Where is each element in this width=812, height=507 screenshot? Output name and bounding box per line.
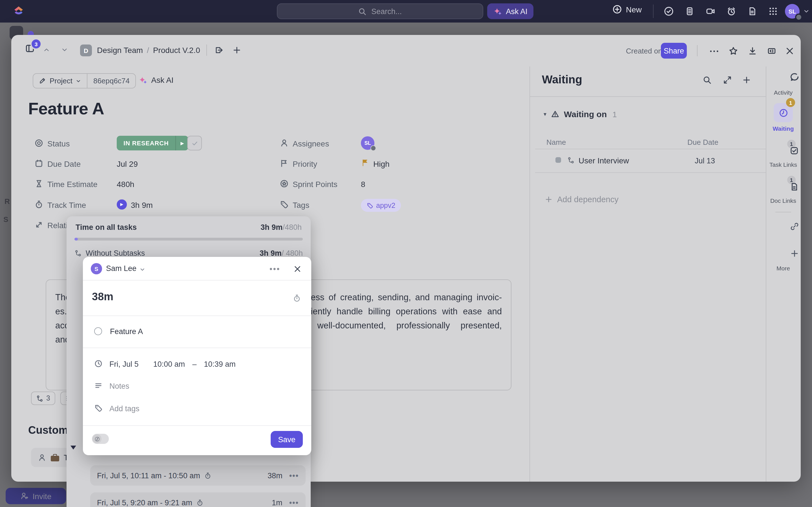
add-icon[interactable]: [742, 75, 751, 84]
alarm-clock-icon[interactable]: [726, 6, 737, 16]
sprint-points-label: Sprint Points: [293, 180, 338, 189]
chevron-down-icon[interactable]: [803, 8, 810, 15]
time-estimate-value[interactable]: 480h: [117, 180, 134, 189]
due-date-value[interactable]: Jul 29: [117, 159, 138, 168]
popup-user-avatar[interactable]: S: [91, 263, 102, 274]
person-icon: [38, 453, 46, 462]
complete-task-button[interactable]: [187, 136, 202, 151]
row-due-date[interactable]: Jul 13: [695, 157, 715, 165]
person-plus-icon: [20, 492, 29, 500]
ask-ai-button[interactable]: ✦✦ Ask AI: [487, 3, 534, 19]
notes-field[interactable]: Notes: [109, 382, 130, 390]
time-on-all-tasks-row: Time on all tasks 3h 9m/480h: [75, 222, 302, 232]
close-icon[interactable]: [785, 46, 795, 56]
duration-input[interactable]: 38m: [92, 291, 113, 303]
tracked-total: 3h 9m: [260, 223, 283, 231]
tracked-time-value[interactable]: 3h 9m: [131, 201, 153, 210]
rail-item-activity[interactable]: Activity: [766, 89, 801, 96]
expand-viewport-icon[interactable]: [767, 46, 776, 56]
save-button[interactable]: Save: [271, 431, 303, 448]
task-id[interactable]: 86epq6c74: [88, 74, 135, 88]
dependency-icon: [567, 157, 574, 164]
entry-start-time[interactable]: 10:00 am: [153, 360, 185, 369]
status-next-arrow[interactable]: ▶: [175, 136, 188, 151]
breadcrumb-team[interactable]: Design Team: [97, 46, 143, 55]
popup-task-name[interactable]: Feature A: [110, 327, 143, 336]
add-tab-icon[interactable]: [232, 46, 241, 55]
chevron-down-icon[interactable]: [139, 267, 146, 273]
search-icon[interactable]: [703, 75, 712, 84]
entry-menu-button[interactable]: •••: [289, 471, 299, 480]
rail-item-waiting-label[interactable]: Waiting: [766, 125, 801, 132]
entry-end-time[interactable]: 10:39 am: [204, 360, 236, 369]
document-icon[interactable]: [747, 6, 757, 16]
billable-toggle[interactable]: [92, 434, 109, 444]
time-entry-row[interactable]: Fri, Jul 5, 10:11 am - 10:50 am 38m •••: [90, 465, 306, 486]
tag-chip[interactable]: appv2: [361, 199, 401, 212]
play-timer-button[interactable]: ▶: [117, 200, 127, 210]
video-icon[interactable]: [705, 6, 716, 16]
ask-ai-inline-button[interactable]: ✦✦ Ask AI: [139, 75, 174, 85]
share-button[interactable]: Share: [661, 43, 687, 59]
collapse-chevron-icon[interactable]: ▾: [544, 111, 546, 117]
entries-collapse-triangle[interactable]: [70, 446, 76, 450]
column-header-due[interactable]: Due Date: [688, 138, 718, 147]
notepad-icon[interactable]: [684, 6, 695, 16]
check-icon: [191, 139, 198, 147]
search-icon: [358, 7, 367, 15]
check-circle-icon[interactable]: [664, 6, 674, 16]
table-divider: [535, 149, 766, 149]
chevron-up-icon[interactable]: [43, 46, 50, 54]
invite-button[interactable]: Invite: [6, 488, 66, 504]
activity-chat-icon[interactable]: [790, 72, 800, 82]
expand-icon[interactable]: [723, 75, 732, 84]
task-status-circle-icon[interactable]: [94, 327, 102, 335]
notes-icon: [94, 381, 103, 390]
download-icon[interactable]: [748, 46, 757, 56]
doc-links-icon[interactable]: [790, 182, 799, 191]
status-icon: [35, 138, 43, 148]
chevron-down-icon[interactable]: [61, 46, 68, 54]
rail-item-more[interactable]: More: [766, 265, 801, 272]
sprint-points-value[interactable]: 8: [361, 180, 365, 189]
tags-icon: [280, 200, 289, 209]
ellipsis-icon[interactable]: [709, 50, 719, 53]
entry-datetime-row[interactable]: Fri, Jul 5 10:00 am – 10:39 am: [109, 360, 236, 369]
close-icon[interactable]: [293, 265, 302, 273]
new-button[interactable]: New: [612, 4, 642, 14]
header-divider: [697, 45, 698, 56]
star-favorite-icon[interactable]: [728, 46, 738, 56]
row-task-name[interactable]: User Interview: [578, 156, 629, 165]
popup-menu-button[interactable]: •••: [269, 264, 280, 273]
time-entry-row[interactable]: Fri, Jul 5, 9:20 am - 9:21 am 1m •••: [90, 492, 306, 507]
waiting-on-section-header[interactable]: ▾ Waiting on 1: [544, 109, 617, 119]
entry-menu-button[interactable]: •••: [289, 498, 299, 507]
rail-item-task-links[interactable]: Task Links: [766, 161, 801, 168]
task-links-icon[interactable]: [790, 146, 799, 156]
time-entry-popup: S Sam Lee ••• 38m Feature A Fri, Jul 5 1…: [83, 257, 311, 455]
breadcrumb-item[interactable]: Product V.2.0: [153, 46, 200, 55]
subtasks-count-pill[interactable]: 3: [31, 392, 55, 405]
task-title[interactable]: Feature A: [28, 99, 104, 118]
priority-value[interactable]: High: [373, 159, 390, 168]
add-dependency-button[interactable]: Add dependency: [545, 195, 619, 204]
stopwatch-icon: [204, 472, 211, 479]
popup-user-name[interactable]: Sam Lee: [106, 264, 137, 273]
clickup-logo-icon[interactable]: [12, 5, 25, 17]
status-badge[interactable]: IN RESEARCH ▶: [117, 136, 188, 151]
rail-item-doc-links[interactable]: Doc Links: [766, 197, 801, 204]
more-plus-icon[interactable]: [790, 249, 799, 258]
entry-date[interactable]: Fri, Jul 5: [109, 360, 139, 369]
search-input[interactable]: Search...: [277, 3, 483, 19]
row-status-square[interactable]: [555, 157, 561, 163]
stopwatch-icon[interactable]: [293, 294, 301, 302]
priority-flag-icon: [361, 158, 370, 167]
apps-grid-icon[interactable]: [768, 6, 778, 16]
task-type-selector[interactable]: Project: [33, 74, 88, 88]
task-type-pill: Project 86epq6c74: [33, 73, 136, 89]
column-header-name[interactable]: Name: [546, 138, 566, 147]
link-icon[interactable]: [790, 222, 799, 231]
add-tags-field[interactable]: Add tags: [109, 404, 140, 413]
share-out-icon[interactable]: [214, 46, 223, 55]
time-estimate-label: Time Estimate: [47, 180, 98, 189]
